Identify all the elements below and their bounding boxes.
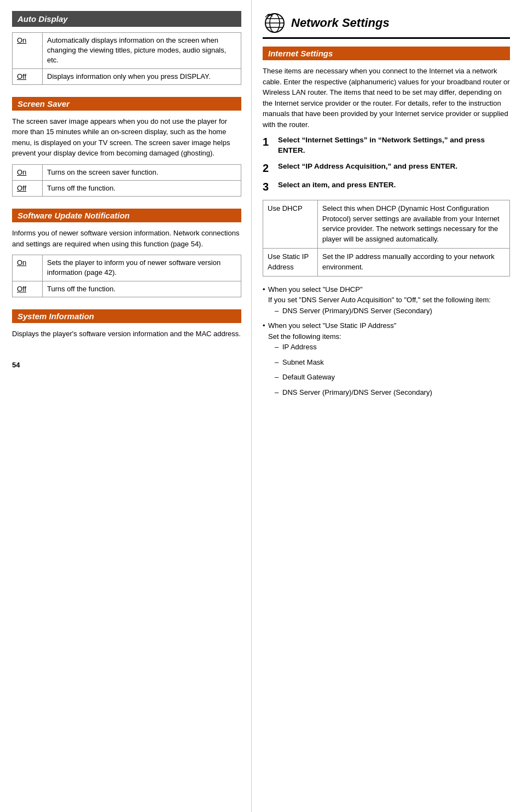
note-dhcp-body: If you set "DNS Server Auto Acquisition"…	[268, 296, 491, 304]
static-sub-list: IP Address Subnet Mask Default Gateway D…	[268, 342, 510, 398]
table-row: Off Turns off the function.	[13, 180, 241, 196]
step-1-number: 1	[263, 135, 278, 148]
step-2-text: Select “IP Address Acquisition,” and pre…	[278, 162, 457, 172]
system-info-body: Displays the player's software version i…	[12, 329, 241, 339]
su-on-label: On	[13, 255, 43, 281]
step-1-text: Select “Internet Settings” in “Network S…	[278, 135, 510, 156]
screen-saver-header: Screen Saver	[12, 97, 241, 111]
ss-off-desc: Turns off the function.	[43, 180, 241, 196]
use-dhcp-label: Use DHCP	[263, 200, 318, 248]
table-row: Off Turns off the function.	[13, 281, 241, 297]
steps-list: 1 Select “Internet Settings” in “Network…	[263, 135, 510, 193]
option-off-label: Off	[13, 68, 43, 84]
note-static-intro: Set the following items:	[268, 332, 341, 341]
su-on-desc: Sets the player to inform you of newer s…	[43, 255, 241, 281]
page-number: 54	[12, 361, 241, 369]
static-sub-item-3: Default Gateway	[275, 372, 510, 383]
table-row: On Turns on the screen saver function.	[13, 164, 241, 180]
note-static: When you select "Use Static IP Address" …	[263, 320, 510, 398]
screen-saver-section: Screen Saver The screen saver image appe…	[12, 97, 241, 197]
step-3-number: 3	[263, 180, 278, 193]
note-static-title: When you select "Use Static IP Address"	[268, 321, 396, 330]
system-info-header: System Information	[12, 309, 241, 323]
page-number-value: 54	[12, 361, 20, 369]
screen-saver-table: On Turns on the screen saver function. O…	[12, 164, 241, 197]
option-off-desc: Displays information only when you press…	[43, 68, 241, 84]
dhcp-sub-list: DNS Server (Primary)/DNS Server (Seconda…	[268, 306, 510, 316]
note-dhcp-title: When you select "Use DHCP"	[268, 285, 363, 293]
table-row: On Sets the player to inform you of newe…	[13, 255, 241, 281]
screen-saver-title: Screen Saver	[18, 99, 69, 108]
step-2: 2 Select “IP Address Acquisition,” and p…	[263, 162, 510, 175]
option-on-label: On	[13, 33, 43, 69]
table-row: Use DHCP Select this when DHCP (Dynamic …	[263, 200, 510, 248]
static-sub-item-1: IP Address	[275, 342, 510, 353]
notes-list: When you select "Use DHCP" If you set "D…	[263, 284, 510, 398]
ss-on-desc: Turns on the screen saver function.	[43, 164, 241, 180]
table-row: On Automatically displays information on…	[13, 33, 241, 69]
step-1: 1 Select “Internet Settings” in “Network…	[263, 135, 510, 156]
use-static-label: Use Static IP Address	[263, 249, 318, 277]
software-update-title: Software Update Notification	[18, 211, 130, 220]
system-info-section: System Information Displays the player's…	[12, 309, 241, 339]
use-static-desc: Set the IP address manually according to…	[318, 249, 510, 277]
auto-display-table: On Automatically displays information on…	[12, 32, 241, 85]
network-globe-icon	[264, 12, 286, 34]
internet-settings-header: Internet Settings	[263, 47, 510, 60]
software-update-header: Software Update Notification	[12, 209, 241, 222]
network-icon	[263, 11, 287, 35]
dhcp-sub-item-1: DNS Server (Primary)/DNS Server (Seconda…	[275, 306, 510, 316]
internet-settings-title: Internet Settings	[268, 49, 333, 58]
note-dhcp: When you select "Use DHCP" If you set "D…	[263, 284, 510, 316]
options-table: Use DHCP Select this when DHCP (Dynamic …	[263, 200, 510, 277]
su-off-desc: Turns off the function.	[43, 281, 241, 297]
software-update-table: On Sets the player to inform you of newe…	[12, 255, 241, 297]
internet-settings-body: These items are necessary when you conne…	[263, 66, 510, 130]
static-sub-item-4: DNS Server (Primary)/DNS Server (Seconda…	[275, 387, 510, 398]
auto-display-header: Auto Display	[12, 11, 241, 27]
use-dhcp-desc: Select this when DHCP (Dynamic Host Conf…	[318, 200, 510, 248]
ss-off-label: Off	[13, 180, 43, 196]
network-settings-title: Network Settings	[291, 16, 390, 30]
step-2-number: 2	[263, 162, 278, 175]
option-on-desc: Automatically displays information on th…	[43, 33, 241, 69]
step-3: 3 Select an item, and press ENTER.	[263, 180, 510, 193]
table-row: Off Displays information only when you p…	[13, 68, 241, 84]
internet-settings-section: Internet Settings These items are necess…	[263, 47, 510, 398]
auto-display-title: Auto Display	[18, 14, 68, 24]
ss-on-label: On	[13, 164, 43, 180]
software-update-section: Software Update Notification Informs you…	[12, 209, 241, 297]
software-update-body: Informs you of newer software version in…	[12, 228, 241, 249]
screen-saver-body: The screen saver image appears when you …	[12, 116, 241, 159]
static-sub-item-2: Subnet Mask	[275, 357, 510, 368]
step-3-text: Select an item, and press ENTER.	[278, 180, 396, 191]
su-off-label: Off	[13, 281, 43, 297]
system-info-title: System Information	[18, 312, 94, 321]
auto-display-section: Auto Display On Automatically displays i…	[12, 11, 241, 85]
table-row: Use Static IP Address Set the IP address…	[263, 249, 510, 277]
network-settings-header: Network Settings	[263, 11, 510, 39]
